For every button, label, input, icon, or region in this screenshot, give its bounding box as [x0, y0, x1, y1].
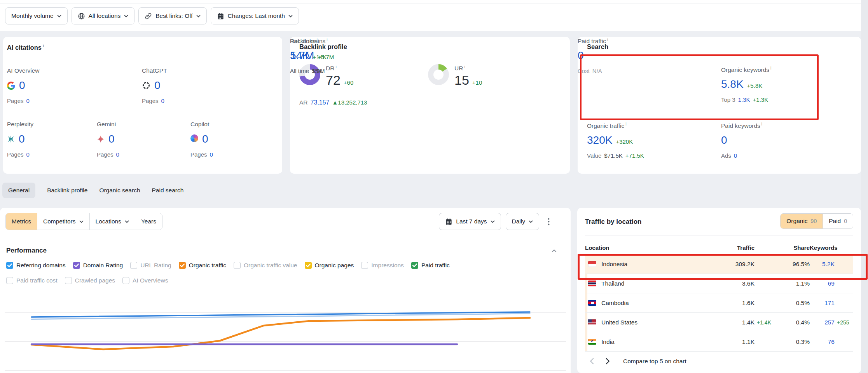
segment-metrics[interactable]: Metrics — [6, 213, 37, 230]
thailand-flag-icon — [588, 281, 596, 286]
keywords-link[interactable]: 69 — [810, 280, 835, 287]
keywords-link[interactable]: 171 — [810, 300, 835, 307]
citations-value[interactable]: 0 — [202, 133, 208, 145]
location-name: Indonesia — [601, 261, 627, 268]
keywords-link[interactable]: 76 — [810, 338, 835, 345]
metric-checkbox-organic-traffic[interactable]: Organic traffic — [179, 262, 226, 269]
ai-item-ai-overview: AI Overview0Pages0 — [7, 67, 91, 104]
keywords-link[interactable]: 257 — [810, 319, 835, 326]
ur-delta: +10 — [472, 79, 482, 86]
tab-backlink-profile[interactable]: Backlink profile — [47, 183, 87, 198]
provider-label: ChatGPT — [142, 67, 225, 74]
citations-value[interactable]: 0 — [154, 79, 161, 92]
paid-traffic-value[interactable]: 0 — [578, 49, 584, 62]
next-page-button[interactable] — [604, 356, 611, 366]
organic-traffic-value[interactable]: 320K — [587, 134, 612, 146]
traffic-value: 1.4K — [719, 319, 754, 326]
metric-checkbox-referring-domains[interactable]: Referring domains — [6, 262, 66, 269]
tab-organic-search[interactable]: Organic search — [99, 183, 140, 198]
indonesia-flag-icon — [588, 261, 596, 267]
citations-value[interactable]: 0 — [19, 133, 25, 145]
ref-domains-alltime: All time15K — [290, 68, 407, 74]
checkbox-label: Paid traffic cost — [16, 277, 58, 284]
segment-years[interactable]: Years — [135, 213, 162, 230]
scrollbar-gutter[interactable] — [861, 0, 868, 373]
checkbox-unchecked-icon — [130, 262, 137, 269]
segment-label: Metrics — [12, 218, 31, 225]
traffic-row-cambodia[interactable]: Cambodia1.6K0.5%171 — [585, 293, 853, 313]
filter-locations-button[interactable]: All locations — [72, 7, 135, 24]
ai-citations-title: AI citationsi — [7, 43, 44, 51]
up-triangle-icon: ▲ — [332, 99, 338, 106]
chevron-down-icon — [491, 220, 495, 223]
dimension-segmented-control: MetricsCompetitorsLocationsYears — [5, 213, 162, 230]
provider-label: Perplexity — [7, 121, 91, 128]
authority-rank-line: AR 73,157 ▲13,252,713 — [299, 99, 367, 106]
metric-checkbox-organic-traffic-value[interactable]: Organic traffic value — [234, 262, 297, 269]
organic-keywords-value[interactable]: 5.8K — [721, 78, 744, 91]
more-options-button[interactable] — [544, 216, 554, 228]
checkbox-label: Impressions — [371, 262, 404, 269]
organic-paid-toggle: Organic90 Paid0 — [780, 213, 853, 229]
perplexity-icon — [7, 135, 15, 143]
info-icon: i — [607, 37, 608, 42]
ref-domains-value[interactable]: 14K — [290, 49, 309, 62]
keywords-delta: +255 — [835, 319, 853, 326]
toggle-organic[interactable]: Organic90 — [781, 214, 823, 228]
top3-value[interactable]: 1.3K — [738, 96, 750, 103]
collapse-section-button[interactable] — [550, 248, 558, 254]
ref-domains-label: Ref. domainsi — [290, 37, 407, 45]
filter-changes-button[interactable]: Changes: Last month — [211, 7, 299, 24]
ads-value[interactable]: 0 — [734, 152, 737, 159]
info-icon: i — [43, 43, 44, 48]
pages-value[interactable]: 0 — [161, 98, 164, 104]
date-controls: Last 7 days Daily — [439, 213, 554, 230]
segment-locations[interactable]: Locations — [90, 213, 135, 230]
traffic-row-india[interactable]: India1.1K0.3%76 — [585, 332, 853, 352]
location-name: Thailand — [601, 280, 624, 287]
india-flag-icon — [588, 339, 596, 345]
globe-icon — [78, 12, 85, 20]
ai-item-perplexity: Perplexity0Pages0 — [7, 121, 91, 158]
metric-checkbox-organic-pages[interactable]: Organic pages — [305, 262, 354, 269]
tab-paid-search[interactable]: Paid search — [152, 183, 184, 198]
traffic-row-indonesia[interactable]: Indonesia309.2K96.5%5.2K — [585, 254, 853, 274]
share-value: 96.5% — [776, 261, 810, 268]
citations-value[interactable]: 0 — [108, 133, 115, 145]
compare-top5-link[interactable]: Compare top 5 on chart — [623, 358, 686, 365]
pages-value[interactable]: 0 — [26, 151, 30, 158]
date-range-select[interactable]: Last 7 days — [439, 213, 501, 230]
metric-checkbox-paid-traffic[interactable]: Paid traffic — [411, 262, 450, 269]
previous-page-button[interactable] — [588, 356, 596, 366]
metric-checkbox-crawled-pages[interactable]: Crawled pages — [65, 277, 115, 284]
metric-checkbox-url-rating[interactable]: URL Rating — [130, 262, 171, 269]
paid-keywords-value[interactable]: 0 — [721, 134, 727, 146]
tab-general[interactable]: General — [2, 183, 35, 198]
traffic-row-thailand[interactable]: Thailand3.6K1.1%69 — [585, 274, 853, 293]
metric-checkbox-ai-overviews[interactable]: AI Overviews — [122, 277, 168, 284]
chevron-down-icon — [529, 220, 533, 223]
filter-volume-button[interactable]: Monthly volume — [5, 7, 68, 24]
pages-value[interactable]: 0 — [210, 151, 213, 158]
pages-value[interactable]: 0 — [26, 98, 30, 104]
toggle-paid[interactable]: Paid0 — [823, 214, 853, 228]
location-name: India — [601, 338, 615, 345]
segment-label: Locations — [96, 218, 121, 225]
metric-checkbox-paid-traffic-cost[interactable]: Paid traffic cost — [6, 277, 58, 284]
metric-checkbox-domain-rating[interactable]: Domain Rating — [73, 262, 123, 269]
ar-value[interactable]: 73,157 — [311, 99, 330, 106]
pages-value[interactable]: 0 — [116, 151, 119, 158]
paid-traffic-block: Paid traffici 0 CostN/A — [578, 37, 694, 74]
citations-value[interactable]: 0 — [19, 79, 25, 92]
performance-line-chart — [5, 307, 566, 373]
organic-keywords-label: Organic keywordsi — [721, 66, 838, 73]
metric-checkbox-impressions[interactable]: Impressions — [361, 262, 404, 269]
url-rating-donut — [428, 64, 449, 85]
traffic-row-united-states[interactable]: United States1.4K+1.4K0.4%257+255 — [585, 313, 853, 332]
keywords-link[interactable]: 5.2K — [810, 261, 835, 268]
checkbox-label: Organic traffic value — [244, 262, 297, 269]
filter-best-links-button[interactable]: Best links: Off — [138, 7, 206, 24]
segment-competitors[interactable]: Competitors — [37, 213, 90, 230]
granularity-select[interactable]: Daily — [506, 213, 539, 230]
checkbox-unchecked-icon — [122, 277, 129, 284]
